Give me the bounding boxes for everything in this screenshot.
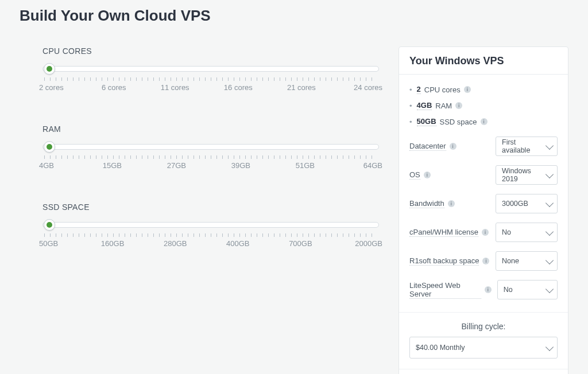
ram-slider[interactable] (42, 139, 379, 154)
ssd-tick: 2000GB (355, 239, 382, 248)
ram-tick: 15GB (103, 161, 122, 170)
os-select[interactable]: Windows 2019 (496, 165, 558, 185)
option-litespeed: LiteSpeed Web Server i No (409, 280, 558, 299)
cpu-tick: 24 cores (354, 83, 382, 92)
cpu-slider-label: CPU CORES (42, 46, 379, 56)
ram-tick: 4GB (39, 161, 54, 170)
ssd-slider-thumb[interactable] (44, 219, 55, 231)
chevron-down-icon (546, 343, 554, 351)
info-icon[interactable]: i (482, 258, 489, 264)
chevron-down-icon (546, 142, 554, 150)
ssd-slider-ticks: 50GB 160GB 280GB 400GB 700GB 2000GB (42, 233, 379, 251)
ram-tick: 51GB (296, 161, 315, 170)
spec-list: 2 CPU cores i 4GB RAM i 50GB SSD space i (409, 81, 558, 130)
spec-ssd: 50GB SSD space i (409, 114, 558, 130)
chevron-down-icon (546, 228, 554, 236)
info-icon[interactable]: i (448, 200, 455, 207)
cpu-tick: 16 cores (224, 83, 253, 92)
ram-slider-label: RAM (42, 124, 379, 134)
bandwidth-label: Bandwidth (409, 199, 444, 208)
spec-ram: 4GB RAM i (409, 98, 558, 114)
billing-cycle-select[interactable]: $40.00 Monthly (409, 337, 558, 359)
info-icon[interactable]: i (481, 118, 488, 125)
chevron-down-icon (546, 256, 554, 264)
r1soft-label: R1soft backup space (409, 256, 479, 266)
page-title: Build Your Own Cloud VPS (20, 7, 568, 25)
info-icon[interactable]: i (482, 229, 489, 236)
panel-heading: Your Windows VPS (409, 55, 558, 67)
ssd-slider-label: SSD SPACE (42, 202, 379, 212)
ssd-tick: 160GB (101, 239, 124, 248)
cpu-slider-ticks: 2 cores 6 cores 11 cores 16 cores 21 cor… (42, 77, 379, 95)
info-icon[interactable]: i (485, 286, 492, 293)
option-r1soft: R1soft backup space i None (409, 251, 558, 271)
cpu-tick: 2 cores (39, 83, 64, 92)
datacenter-label: Datacenter (409, 142, 446, 151)
cpu-tick: 11 cores (161, 83, 189, 92)
cpu-slider[interactable] (42, 61, 379, 76)
litespeed-select[interactable]: No (497, 280, 558, 299)
cpanel-label: cPanel/WHM license (409, 228, 478, 237)
option-datacenter: Datacenter i First available (409, 137, 558, 156)
bandwidth-select[interactable]: 3000GB (496, 194, 558, 213)
ssd-tick: 700GB (289, 239, 312, 248)
info-icon[interactable]: i (464, 86, 471, 93)
ram-tick: 27GB (167, 161, 186, 170)
chevron-down-icon (546, 199, 554, 207)
info-icon[interactable]: i (450, 143, 457, 150)
os-label: OS (409, 170, 420, 180)
cpu-tick: 6 cores (102, 83, 126, 92)
ssd-slider-block: SSD SPACE 50GB 160GB 280GB 400GB 700GB 2… (42, 202, 379, 251)
ssd-tick: 50GB (39, 239, 58, 248)
cpu-slider-thumb[interactable] (44, 63, 55, 75)
ram-slider-ticks: 4GB 15GB 27GB 39GB 51GB 64GB (42, 155, 379, 173)
sliders-column: CPU CORES 2 cores 6 cores 11 cores 16 co… (20, 46, 385, 280)
option-bandwidth: Bandwidth i 3000GB (409, 194, 558, 213)
info-icon[interactable]: i (455, 102, 462, 109)
ram-tick: 39GB (231, 161, 250, 170)
ram-tick: 64GB (363, 161, 382, 170)
option-os: OS i Windows 2019 (409, 165, 558, 185)
summary-panel: Your Windows VPS 2 CPU cores i 4GB RAM i (399, 46, 568, 374)
litespeed-label: LiteSpeed Web Server (409, 281, 481, 299)
datacenter-select[interactable]: First available (496, 137, 558, 156)
ssd-slider[interactable] (42, 217, 379, 232)
ram-slider-thumb[interactable] (44, 141, 55, 153)
spec-cpu: 2 CPU cores i (409, 81, 558, 98)
billing-cycle-label: Billing cycle: (409, 322, 558, 331)
ssd-tick: 400GB (226, 239, 249, 248)
r1soft-select[interactable]: None (496, 251, 558, 271)
ram-slider-block: RAM 4GB 15GB 27GB 39GB 51GB 64GB (42, 124, 379, 173)
cpanel-select[interactable]: No (496, 223, 558, 242)
ssd-tick: 280GB (164, 239, 187, 248)
cpu-tick: 21 cores (287, 83, 316, 92)
option-cpanel: cPanel/WHM license i No (409, 223, 558, 242)
chevron-down-icon (546, 170, 554, 178)
info-icon[interactable]: i (424, 172, 431, 178)
cpu-slider-block: CPU CORES 2 cores 6 cores 11 cores 16 co… (42, 46, 379, 95)
chevron-down-icon (546, 285, 554, 293)
